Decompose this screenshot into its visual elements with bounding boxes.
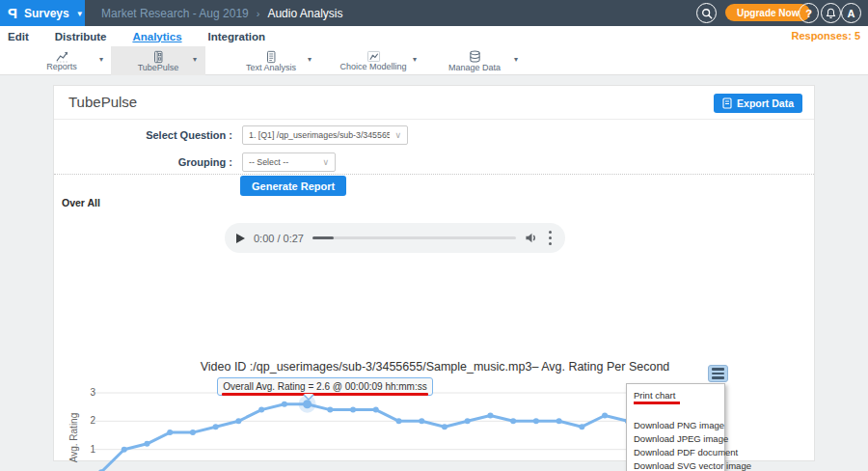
tubepulse-icon <box>151 50 165 64</box>
text-analysis-icon <box>264 50 278 64</box>
tab-label: TubePulse <box>138 63 179 72</box>
analytics-toolbar: Reports ▾ TubePulse ▾ Text Analysis ▾ <box>0 46 868 75</box>
notifications-button[interactable] <box>821 3 841 23</box>
breadcrumb: Market Research - Aug 2019 › Audio Analy… <box>101 0 342 26</box>
reports-dropdown-caret-icon[interactable]: ▾ <box>99 55 103 64</box>
database-icon <box>469 50 481 64</box>
menu-item-print-chart[interactable]: Print chart <box>627 388 724 402</box>
questionpro-logo-icon: P <box>8 5 17 21</box>
tooltip-arrow <box>303 395 314 401</box>
chevron-down-icon: ∨ <box>322 157 329 167</box>
audio-time: 0:00 / 0:27 <box>254 233 304 244</box>
tab-label: Text Analysis <box>246 63 296 72</box>
export-context-menu: Print chart Download PNG image Download … <box>626 383 725 471</box>
red-underline-annotation <box>222 393 428 396</box>
menu-item-download-jpeg[interactable]: Download JPEG image <box>627 431 724 445</box>
tooltip-text: Overall Avg. Rating = 2.6 @ 00:00:09 hh:… <box>223 381 426 392</box>
chart-tooltip: Overall Avg. Rating = 2.6 @ 00:00:09 hh:… <box>217 377 433 396</box>
ratings-chart: Video ID :/qp_userimages/sub-3/3455655/S… <box>54 354 816 471</box>
export-data-button[interactable]: Export Data <box>714 94 802 113</box>
tubepulse-dropdown-caret-icon[interactable]: ▾ <box>193 55 197 64</box>
nav-item-edit[interactable]: Edit <box>8 31 29 42</box>
nav-item-analytics[interactable]: Analytics <box>132 31 181 42</box>
text-analysis-dropdown-caret-icon[interactable]: ▾ <box>308 55 312 64</box>
chevron-down-icon: ▼ <box>76 10 84 18</box>
tab-manage-data[interactable]: Manage Data <box>439 46 510 75</box>
choice-modelling-dropdown-caret-icon[interactable]: ▾ <box>413 55 417 64</box>
audio-seek-handle[interactable] <box>312 236 334 239</box>
responses-count[interactable]: Responses: 5 <box>791 30 860 42</box>
chart-context-menu-button[interactable] <box>708 365 728 382</box>
dotted-divider <box>54 174 814 175</box>
svg-text:1: 1 <box>90 444 95 455</box>
help-button[interactable]: ? <box>799 3 819 23</box>
play-icon[interactable] <box>236 234 245 243</box>
y-axis-title: Avg. Rating <box>68 380 79 471</box>
divider <box>54 119 814 120</box>
select-question-label: Select Question : <box>54 129 232 141</box>
nav-item-distribute[interactable]: Distribute <box>55 31 107 42</box>
account-avatar[interactable]: A <box>841 3 861 23</box>
chevron-down-icon: ∨ <box>394 130 401 140</box>
question-select[interactable]: 1. [Q1] /qp_userimages/sub-3/3455655/S..… <box>242 125 408 145</box>
tab-label: Manage Data <box>448 63 501 72</box>
audio-player[interactable]: 0:00 / 0:27 <box>225 223 565 253</box>
search-button[interactable] <box>696 3 717 23</box>
nav-item-integration[interactable]: Integration <box>208 31 265 42</box>
grouping-select[interactable]: -- Select -- ∨ <box>242 152 336 172</box>
product-switcher[interactable]: P Surveys ▼ <box>0 0 85 26</box>
panel-title: TubePulse <box>68 94 137 110</box>
tab-tubepulse[interactable]: TubePulse <box>111 46 205 75</box>
grouping-select-value: -- Select -- <box>249 157 317 167</box>
volume-icon[interactable] <box>525 232 538 244</box>
export-data-label: Export Data <box>737 97 794 109</box>
generate-report-button[interactable]: Generate Report <box>240 176 346 196</box>
overall-section-label: Over All <box>62 197 100 208</box>
bell-icon <box>826 8 836 19</box>
audio-menu-kebab-icon[interactable] <box>547 229 555 248</box>
breadcrumb-survey-name[interactable]: Market Research - Aug 2019 <box>101 7 249 20</box>
top-bar: P Surveys ▼ Market Research - Aug 2019 ›… <box>0 0 868 26</box>
tab-label: Reports <box>46 62 77 71</box>
svg-text:3: 3 <box>90 388 95 398</box>
tubepulse-panel: TubePulse Export Data Select Question : … <box>53 85 815 461</box>
tab-text-analysis[interactable]: Text Analysis <box>234 46 308 75</box>
tab-reports[interactable]: Reports <box>27 46 96 75</box>
search-icon <box>701 8 713 19</box>
svg-text:2: 2 <box>90 415 95 426</box>
chart-title: Video ID :/qp_userimages/sub-3/3455655/S… <box>54 360 816 374</box>
tab-choice-modelling[interactable]: Choice Modelling <box>334 46 413 75</box>
menu-item-download-png[interactable]: Download PNG image <box>627 418 724 431</box>
question-select-value: 1. [Q1] /qp_userimages/sub-3/3455655/S..… <box>249 130 390 140</box>
manage-data-dropdown-caret-icon[interactable]: ▾ <box>514 55 518 64</box>
help-icon: ? <box>805 8 812 19</box>
breadcrumb-current-page: Audio Analysis <box>267 7 342 20</box>
grouping-label: Grouping : <box>54 156 232 168</box>
product-name: Surveys <box>24 7 69 20</box>
export-file-icon <box>722 97 732 109</box>
audio-seek-bar[interactable] <box>312 236 516 239</box>
survey-nav: Edit Distribute Analytics Integration Re… <box>0 26 868 46</box>
tab-label: Choice Modelling <box>339 62 406 71</box>
hamburger-icon <box>712 368 724 371</box>
menu-item-download-svg[interactable]: Download SVG vector image <box>627 458 724 471</box>
red-underline-annotation <box>634 402 680 404</box>
avatar-initial: A <box>848 8 855 19</box>
app-window: P Surveys ▼ Market Research - Aug 2019 ›… <box>0 0 868 471</box>
menu-item-download-pdf[interactable]: Download PDF document <box>627 445 724 458</box>
breadcrumb-separator: › <box>257 8 260 19</box>
